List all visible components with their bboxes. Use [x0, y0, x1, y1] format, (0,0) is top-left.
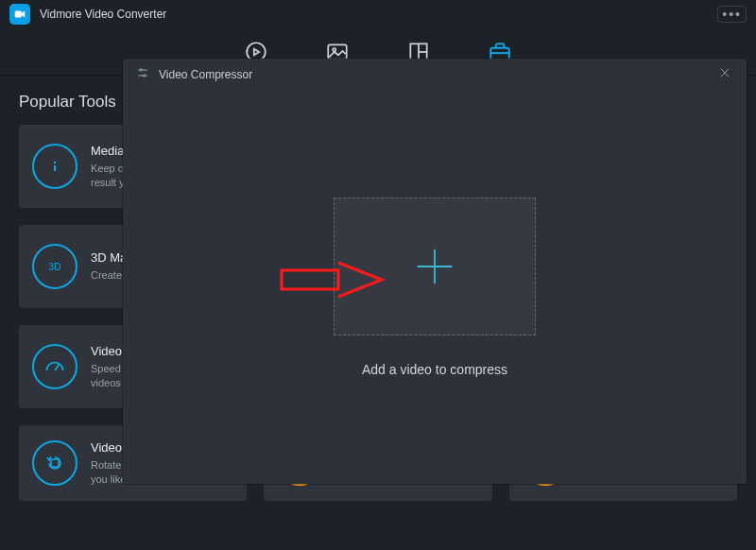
speed-icon — [32, 344, 77, 389]
svg-line-14 — [55, 365, 59, 371]
svg-rect-0 — [15, 11, 22, 18]
info-icon — [32, 144, 77, 189]
svg-point-9 — [54, 162, 56, 163]
svg-point-24 — [144, 75, 146, 77]
menu-more-icon[interactable]: ••• — [717, 6, 747, 23]
rotate-icon — [32, 440, 77, 486]
sliders-icon — [136, 66, 149, 83]
add-video-dropzone[interactable] — [334, 198, 536, 335]
close-icon — [718, 66, 731, 79]
video-compressor-modal: Video Compressor Add a video to compress — [123, 59, 747, 484]
app-name: Vidmore Video Converter — [40, 8, 166, 21]
app-logo — [9, 4, 30, 25]
plus-icon — [414, 246, 455, 287]
modal-body: Add a video to compress — [123, 91, 747, 484]
svg-point-23 — [140, 69, 142, 71]
modal-title: Video Compressor — [159, 68, 252, 81]
svg-rect-19 — [51, 459, 59, 467]
titlebar: Vidmore Video Converter ••• — [0, 0, 756, 28]
three-d-icon: 3D — [32, 244, 77, 289]
logo-icon — [13, 8, 26, 21]
dropzone-label: Add a video to compress — [362, 362, 507, 377]
close-button[interactable] — [716, 66, 733, 83]
svg-text:3D: 3D — [49, 262, 61, 272]
modal-header: Video Compressor — [123, 59, 747, 91]
